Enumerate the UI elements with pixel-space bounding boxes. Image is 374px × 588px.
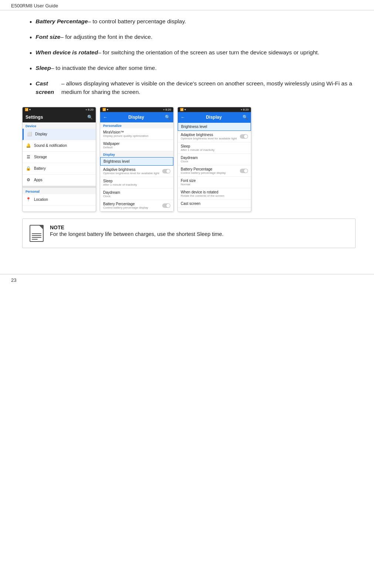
display-item-rotation[interactable]: When device is rotated Rotate the conten… (178, 188, 251, 200)
list-item: Sleep– to inactivate the device after so… (30, 64, 356, 74)
bullet-bold: Font size (35, 33, 60, 41)
page-footer: 23 (0, 274, 374, 286)
display-icon: ⬜ (27, 131, 33, 137)
bullet-bold: Battery Percentage (35, 17, 88, 26)
bullet-bold: Sleep (35, 64, 51, 72)
settings-item-battery[interactable]: 🔒 Battery (23, 163, 96, 175)
search-icon: 🔍 (165, 115, 170, 120)
phone-body: Device ⬜ Display 🔔 Sound & notification … (23, 122, 96, 206)
settings-item-sound[interactable]: 🔔 Sound & notification (23, 140, 96, 152)
bullet-list: Battery Percentage– to control battery p… (30, 17, 356, 97)
battery-icon: 🔒 (26, 166, 31, 172)
note-text: For the longest battery life between cha… (50, 231, 224, 237)
bullet-text: – for switching the orientation of the s… (98, 48, 319, 57)
bullet-text: – to control battery percentage display. (88, 17, 186, 26)
display-item-sleep[interactable]: Sleep After 1 minute of inactivity (100, 177, 173, 189)
location-icon: 📍 (26, 197, 31, 203)
settings-item-text: Storage (34, 155, 93, 159)
settings-item-text: Location (34, 197, 93, 202)
settings-item-location[interactable]: 📍 Location (23, 194, 96, 206)
sound-icon: 🔔 (26, 143, 31, 149)
note-content: NOTE For the longest battery life betwee… (50, 224, 349, 239)
toggle-adaptive[interactable] (162, 169, 170, 173)
note-label: NOTE (50, 224, 64, 230)
page-header: E500RM8 User Guide (0, 0, 374, 10)
phone-screen-display2: 📶 ▾ ▪ 8:20 ← Display 🔍 Brightness level … (177, 107, 251, 212)
header-title: Display (206, 115, 222, 120)
display-item-battery-pct2[interactable]: Battery Percentage Control battery perce… (178, 165, 251, 177)
settings-item-text: Display (35, 132, 93, 136)
toggle-battery2[interactable] (240, 169, 248, 173)
display-item-adaptive[interactable]: Adaptive brightness Optimize brightness … (100, 166, 173, 177)
list-item: Font size– for adjusting the font in the… (30, 33, 356, 43)
personalize-label: Personalize (100, 122, 173, 128)
status-bar: 📶 ▾ ▪ 8:20 (178, 107, 251, 112)
settings-item-text: Apps (34, 178, 93, 182)
bullet-text: – for adjusting the font in the device. (60, 33, 152, 41)
settings-item-apps[interactable]: ⚙ Apps (23, 175, 96, 186)
bullet-bold: When device is rotated (35, 48, 98, 57)
content-area: Battery Percentage– to control battery p… (0, 10, 374, 259)
list-item: Cast screen – allows displaying whatever… (30, 79, 356, 97)
display-item-miravision[interactable]: MiraVision™ Display picture quality opti… (100, 128, 173, 140)
bullet-text: – allows displaying whatever is visible … (61, 79, 356, 97)
page-number: 23 (11, 277, 16, 283)
status-icons-left: 📶 ▾ (180, 108, 186, 111)
search-icon: 🔍 (87, 115, 93, 120)
status-icons-left: 📶 ▾ (25, 108, 31, 111)
settings-item-text: Battery (34, 166, 93, 170)
screenshots-row: 📶 ▾ ▪ 8:20 Settings 🔍 Device ⬜ Display 🔔 (22, 107, 356, 212)
display-item-daydream2[interactable]: Daydream Clock (178, 154, 251, 165)
phone-body: Brightness level Adaptive brightness Opt… (178, 122, 251, 208)
bullet-text: – to inactivate the device after some ti… (51, 64, 157, 72)
status-time: ▪ 8:20 (241, 108, 249, 111)
search-icon: 🔍 (242, 115, 248, 120)
settings-item-storage[interactable]: ☰ Storage (23, 152, 96, 163)
status-bar: 📶 ▾ ▪ 8:20 (100, 107, 173, 112)
display-item-adaptive2[interactable]: Adaptive brightness Optimize brightness … (178, 131, 251, 142)
display-section-label: Display (100, 151, 173, 157)
settings-item-text: Sound & notification (34, 143, 93, 148)
document-title: E500RM8 User Guide (11, 3, 58, 9)
apps-icon: ⚙ (26, 177, 31, 183)
display-item-sleep2[interactable]: Sleep After 1 minute of inactivity (178, 142, 251, 154)
toggle-adaptive2[interactable] (240, 134, 248, 139)
header-title: Settings (26, 115, 43, 120)
phone-header: Settings 🔍 (23, 112, 96, 122)
phone-screen-display: 📶 ▾ ▪ 8:20 ← Display 🔍 Personalize MiraV… (100, 107, 174, 212)
list-item: When device is rotated – for switching t… (30, 48, 356, 58)
phone-body: Personalize MiraVision™ Display picture … (100, 122, 173, 212)
status-bar: 📶 ▾ ▪ 8:20 (23, 107, 96, 112)
display-item-wallpaper[interactable]: Wallpaper Default (100, 140, 173, 151)
display-item-brightness[interactable]: Brightness level (100, 157, 173, 166)
status-icons-left: 📶 ▾ (102, 108, 108, 111)
list-item: Battery Percentage– to control battery p… (30, 17, 356, 27)
back-arrow-icon: ← (181, 115, 185, 120)
toggle-battery[interactable] (162, 203, 170, 208)
back-arrow-icon: ← (103, 115, 108, 120)
display-item-cast[interactable]: Cast screen (178, 200, 251, 208)
settings-item-display[interactable]: ⬜ Display (23, 129, 96, 140)
bullet-bold: Cast screen (35, 79, 61, 97)
display-item-daydream[interactable]: Daydream Clock (100, 189, 173, 200)
section-label-personal: Personal (23, 188, 96, 194)
phone-screen-settings: 📶 ▾ ▪ 8:20 Settings 🔍 Device ⬜ Display 🔔 (22, 107, 96, 212)
phone-header: ← Display 🔍 (100, 112, 173, 122)
note-box: NOTE For the longest battery life betwee… (22, 219, 356, 248)
status-time: ▪ 8:20 (86, 108, 94, 111)
note-icon (28, 224, 45, 243)
display-item-fontsize[interactable]: Font size Normal (178, 177, 251, 188)
note-doc-icon (30, 225, 44, 242)
phone-header: ← Display 🔍 (178, 112, 251, 122)
display-item-battery-pct[interactable]: Battery Percentage Control battery perce… (100, 200, 173, 212)
section-label-device: Device (23, 122, 96, 129)
status-time: ▪ 8:20 (163, 108, 171, 111)
header-title: Display (128, 115, 144, 120)
display-item-brightness-hl[interactable]: Brightness level (178, 122, 251, 131)
storage-icon: ☰ (26, 154, 31, 160)
